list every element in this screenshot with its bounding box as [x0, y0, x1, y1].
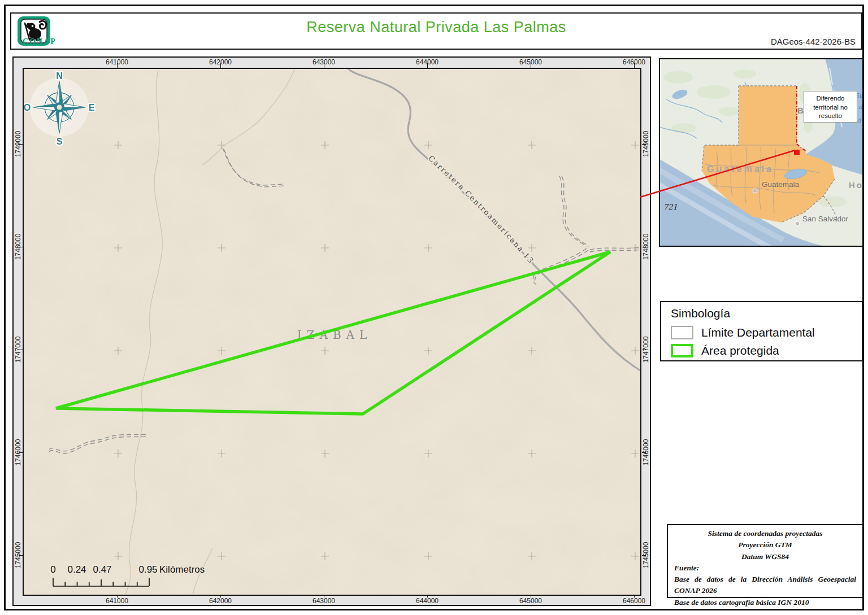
scale-unit-label: Kilómetros: [159, 564, 205, 575]
compass-o-label: O: [24, 103, 31, 112]
coord-system-line: Sistema de coordenadas proyectadas: [674, 528, 856, 539]
departmental-limit-swatch: [671, 326, 693, 339]
compass-n-label: N: [56, 71, 63, 81]
scale-tick-label: 0: [50, 564, 55, 575]
grid-label-bottom: 643000: [313, 597, 335, 605]
road-number-label: 721: [663, 203, 678, 211]
svg-text:d: d: [858, 103, 862, 111]
territorial-note: Diferendo territorial no resuelto: [804, 91, 857, 123]
map-canvas: Carretera Centroamericana 13 Carretera C…: [23, 68, 641, 596]
protected-area-label: Área protegida: [701, 344, 779, 357]
scale-tick-label: 0.95: [138, 564, 157, 575]
source-line-1: Base de datos de la Dirección Análisis G…: [674, 574, 856, 597]
grid-label-bottom: 645000: [519, 597, 542, 605]
territorial-note-line: territorial no: [804, 103, 857, 112]
projection-line: Proyección GTM: [674, 539, 856, 551]
header: CONAP Reserva Natural Privada Las Palmas…: [10, 12, 862, 50]
territorial-note-line: resuelto: [804, 112, 857, 121]
grid-label-bottom: 641000: [106, 597, 128, 605]
capital-city-dot: [753, 189, 757, 193]
terrain-map: Carretera Centroamericana 13 Carretera C…: [24, 69, 640, 595]
legend-title: Simbología: [671, 307, 730, 320]
source-label: Fuente:: [674, 562, 856, 574]
location-marker: [794, 150, 800, 155]
page: CONAP Reserva Natural Privada Las Palmas…: [0, 0, 868, 615]
belize-label: B: [797, 106, 804, 115]
datum-line: Datum WGS84: [674, 551, 856, 562]
grid-label-bottom: 646000: [623, 597, 645, 605]
protected-area-swatch: [671, 344, 693, 357]
san-salvador-dot: [795, 221, 800, 226]
territorial-note-line: Diferendo: [804, 94, 857, 103]
compass-e-label: E: [89, 103, 95, 112]
conap-logo-text: CONAP: [14, 37, 66, 46]
compass-s-label: S: [57, 137, 63, 146]
san-salvador-label: San Salvador: [802, 215, 849, 223]
scale-tick-label: 0.47: [93, 564, 111, 575]
map-info-box: Sistema de coordenadas proyectadas Proye…: [667, 524, 863, 598]
source-line-2: Base de datos cartografía básica IGN 201…: [674, 597, 856, 608]
country-label: Guatemala: [707, 164, 774, 174]
legend: Simbología Límite Departamental Área pro…: [660, 301, 863, 361]
honduras-label: Ho: [849, 180, 862, 190]
departmental-limit-label: Límite Departamental: [701, 326, 815, 339]
page-title: Reserva Natural Privada Las Palmas: [11, 19, 861, 36]
guatemala-overview-map: B Guatemala Guatemala San Salvador Ho Gu…: [660, 59, 862, 246]
document-id: DAGeos-442-2026-BS: [771, 37, 856, 46]
map-frame: 641000 642000 643000 644000 645000 64600…: [12, 56, 651, 606]
grid-label-bottom: 644000: [416, 597, 439, 605]
locator-inset-map: B Guatemala Guatemala San Salvador Ho Gu…: [659, 58, 863, 247]
capital-city-label: Guatemala: [762, 180, 800, 189]
grid-label-bottom: 642000: [209, 597, 232, 605]
scale-tick-label: 0.24: [67, 564, 86, 575]
